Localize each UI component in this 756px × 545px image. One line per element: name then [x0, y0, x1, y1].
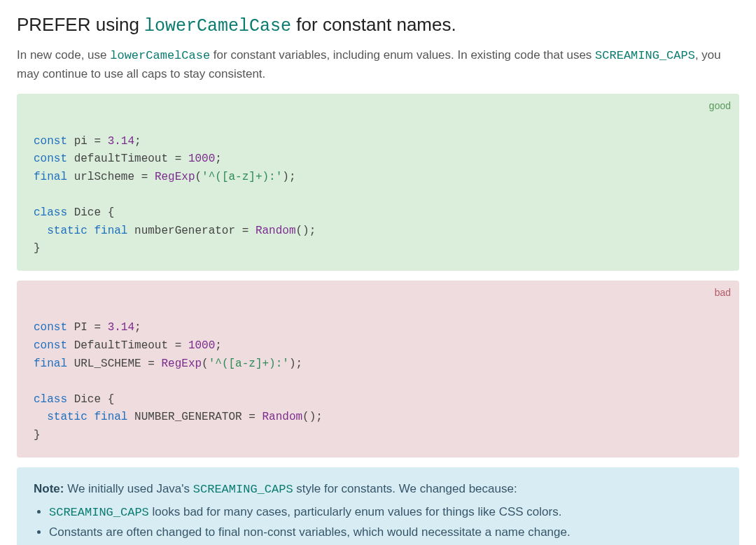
note-item-1: SCREAMING_CAPS looks bad for many cases,… [49, 503, 722, 522]
good-code-block: goodconst pi = 3.14; const defaultTimeou… [17, 94, 739, 271]
title-text: PREFER using [17, 14, 144, 35]
note-item-1-text: looks bad for many cases, particularly e… [149, 505, 562, 518]
lead-code-2: SCREAMING_CAPS [595, 49, 695, 62]
good-badge: good [709, 98, 731, 113]
section-title: PREFER using lowerCamelCase for constant… [17, 14, 739, 36]
lead-code-1: lowerCamelCase [110, 49, 210, 62]
bad-code-block: badconst PI = 3.14; const DefaultTimeout… [17, 281, 739, 458]
note-block: Note: We initially used Java's SCREAMING… [17, 467, 739, 546]
title-text-2: for constant names. [291, 14, 456, 35]
note-intro-a: We initially used Java's [64, 482, 192, 495]
note-label: Note: [34, 482, 64, 495]
note-item-2: Constants are often changed to final non… [49, 523, 722, 542]
title-code: lowerCamelCase [144, 16, 291, 36]
lead-text-2: for constant variables, including enum v… [210, 48, 595, 62]
note-item-1-code: SCREAMING_CAPS [49, 506, 149, 519]
note-intro-b: style for constants. We changed because: [293, 482, 517, 495]
bad-badge: bad [715, 285, 731, 300]
note-list: SCREAMING_CAPS looks bad for many cases,… [34, 503, 722, 545]
note-intro-code: SCREAMING_CAPS [193, 483, 293, 496]
lead-paragraph: In new code, use lowerCamelCase for cons… [17, 46, 739, 83]
lead-text: In new code, use [17, 48, 110, 62]
